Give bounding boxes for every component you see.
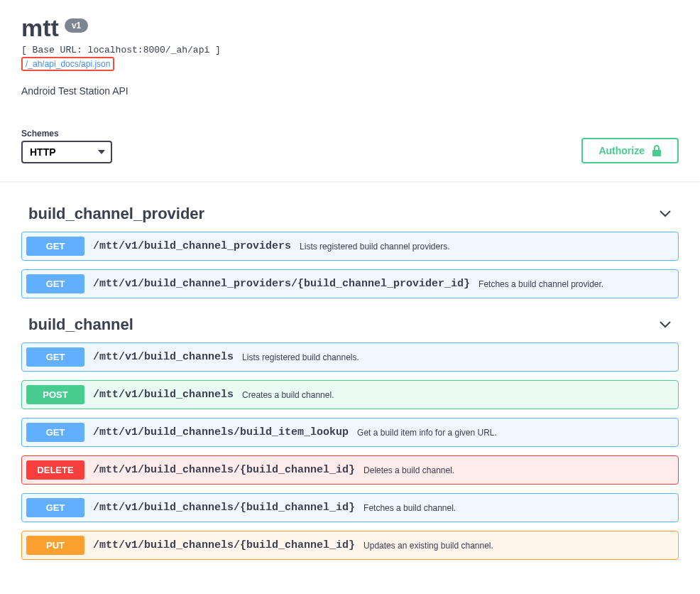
method-badge: GET	[26, 347, 84, 367]
operation-summary: Fetches a build channel provider.	[478, 279, 603, 289]
operation-path: /mtt/v1/build_channel_providers	[93, 240, 291, 252]
operation-path: /mtt/v1/build_channels/build_item_lookup	[93, 426, 349, 438]
operation-path: /mtt/v1/build_channels	[93, 389, 234, 401]
api-description: Android Test Station API	[21, 85, 679, 97]
method-badge: GET	[26, 274, 84, 293]
tag-header[interactable]: build_channel_provider	[21, 196, 679, 232]
base-url: [ Base URL: localhost:8000/_ah/api ]	[21, 45, 679, 55]
chevron-down-icon	[659, 210, 672, 218]
tag-name: build_channel	[28, 315, 133, 334]
operation-row[interactable]: POST /mtt/v1/build_channels Creates a bu…	[21, 380, 679, 409]
tag-section: build_channel_provider GET /mtt/v1/build…	[21, 196, 679, 298]
authorize-label: Authorize	[598, 145, 645, 156]
operation-row[interactable]: GET /mtt/v1/build_channel_providers List…	[21, 232, 679, 261]
method-badge: PUT	[26, 536, 84, 555]
operation-row[interactable]: GET /mtt/v1/build_channel_providers/{bui…	[21, 269, 679, 298]
operation-path: /mtt/v1/build_channels/{build_channel_id…	[93, 464, 355, 476]
method-badge: GET	[26, 237, 84, 256]
operation-summary: Lists registered build channel providers…	[300, 242, 449, 252]
operation-path: /mtt/v1/build_channels	[93, 351, 234, 363]
schemes-select-wrap: HTTP	[21, 141, 112, 163]
operation-row[interactable]: GET /mtt/v1/build_channels Lists registe…	[21, 342, 679, 372]
schemes-label: Schemes	[21, 129, 112, 139]
method-badge: DELETE	[26, 460, 84, 480]
api-docs-link[interactable]: /_ah/api_docs/api.json	[21, 57, 114, 71]
operation-row[interactable]: GET /mtt/v1/build_channels/build_item_lo…	[21, 418, 679, 447]
operation-path: /mtt/v1/build_channels/{build_channel_id…	[93, 539, 355, 551]
operation-summary: Lists registered build channels.	[242, 352, 359, 362]
method-badge: POST	[26, 385, 84, 404]
authorize-button[interactable]: Authorize	[581, 138, 679, 163]
operation-path: /mtt/v1/build_channel_providers/{build_c…	[93, 278, 470, 290]
operations-content: build_channel_provider GET /mtt/v1/build…	[0, 182, 700, 560]
chevron-down-icon	[659, 320, 672, 329]
tag-name: build_channel_provider	[28, 205, 204, 223]
schemes-bar: Schemes HTTP Authorize	[0, 114, 700, 181]
schemes-container: Schemes HTTP	[21, 129, 112, 163]
tag-header[interactable]: build_channel	[21, 307, 679, 342]
operation-summary: Get a build item info for a given URL.	[357, 428, 497, 438]
schemes-select[interactable]: HTTP	[21, 141, 112, 163]
operation-row[interactable]: PUT /mtt/v1/build_channels/{build_channe…	[21, 531, 679, 560]
api-title: mtt	[21, 14, 59, 42]
title-row: mtt v1	[21, 14, 679, 42]
operation-summary: Deletes a build channel.	[363, 465, 454, 475]
method-badge: GET	[26, 498, 84, 517]
operation-summary: Fetches a build channel.	[363, 503, 456, 513]
lock-icon	[652, 145, 662, 156]
api-header: mtt v1 [ Base URL: localhost:8000/_ah/ap…	[0, 7, 700, 114]
method-badge: GET	[26, 423, 84, 442]
tag-section: build_channel GET /mtt/v1/build_channels…	[21, 307, 679, 560]
operation-path: /mtt/v1/build_channels/{build_channel_id…	[93, 502, 355, 514]
version-badge: v1	[65, 18, 88, 33]
operation-row[interactable]: DELETE /mtt/v1/build_channels/{build_cha…	[21, 455, 679, 485]
operation-summary: Creates a build channel.	[242, 390, 334, 400]
operation-row[interactable]: GET /mtt/v1/build_channels/{build_channe…	[21, 493, 679, 522]
operation-summary: Updates an existing build channel.	[363, 541, 493, 551]
